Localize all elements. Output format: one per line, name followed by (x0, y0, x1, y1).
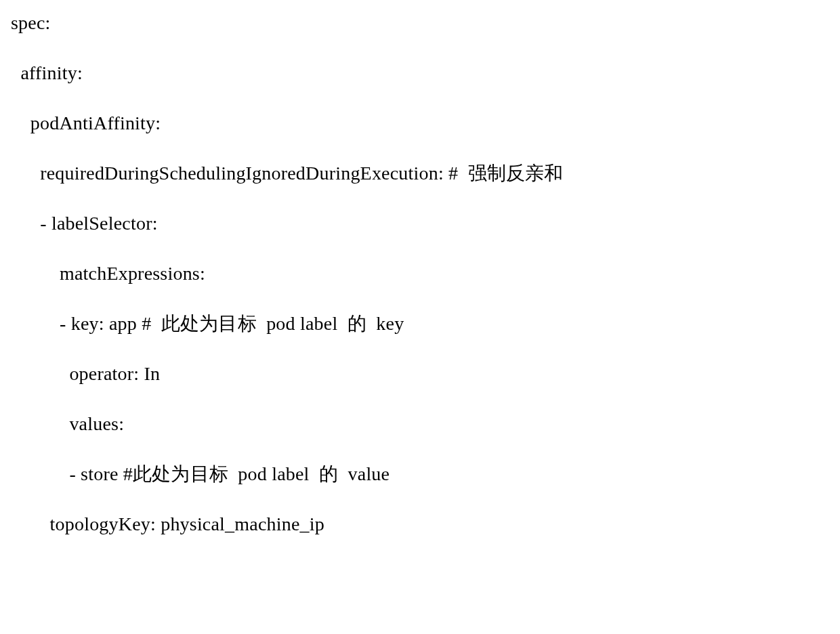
yaml-line-8: values: (11, 415, 829, 434)
yaml-line-9: - store #此处为目标 pod label 的 value (11, 465, 829, 484)
yaml-line-6: - key: app # 此处为目标 pod label 的 key (11, 314, 829, 333)
yaml-line-3: requiredDuringSchedulingIgnoredDuringExe… (11, 164, 829, 183)
yaml-line-5: matchExpressions: (11, 264, 829, 283)
yaml-line-10: topologyKey: physical_machine_ip (11, 515, 829, 534)
yaml-line-1: affinity: (11, 64, 829, 83)
yaml-line-2: podAntiAffinity: (11, 114, 829, 133)
yaml-line-7: operator: In (11, 364, 829, 383)
yaml-line-4: - labelSelector: (11, 214, 829, 233)
yaml-line-0: spec: (11, 14, 829, 33)
